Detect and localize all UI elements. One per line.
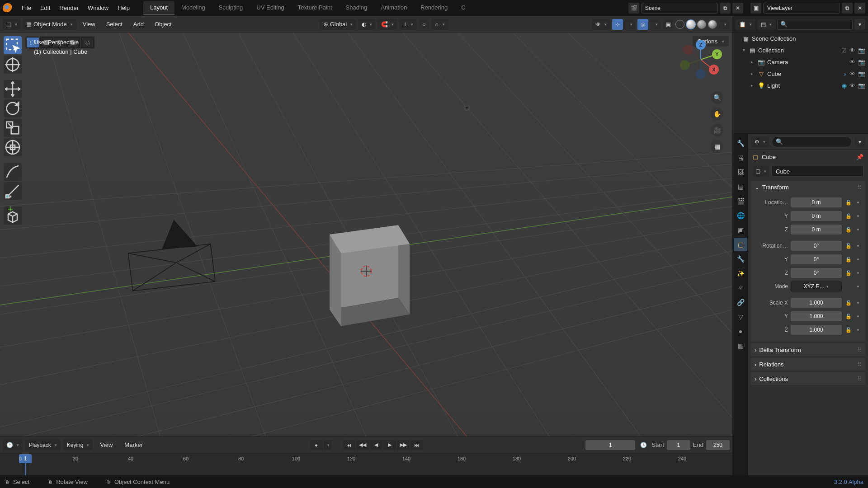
lock-icon[interactable]: 🔓	[844, 200, 853, 206]
keyframe-dot-icon[interactable]: •	[855, 199, 861, 206]
hide-viewport-toggle[interactable]: 👁	[849, 82, 855, 89]
pivot-selector[interactable]: ◐	[358, 19, 376, 30]
workspace-tab-animation[interactable]: Animation	[374, 1, 414, 15]
shading-solid[interactable]	[686, 20, 695, 29]
end-frame-field[interactable]: 250	[706, 440, 730, 450]
scale-y-field[interactable]: 1.000	[791, 311, 842, 321]
lock-icon[interactable]: 🔓	[844, 314, 853, 319]
lock-icon[interactable]: 🔓	[844, 257, 853, 263]
scale-z-field[interactable]: 1.000	[791, 325, 842, 335]
workspace-tab-texturepaint[interactable]: Texture Paint	[291, 1, 339, 15]
editor-type-button[interactable]: ⬚	[3, 19, 21, 30]
menu-render[interactable]: Render	[55, 2, 83, 14]
autokey-toggle[interactable]: ●	[310, 440, 323, 450]
outliner-item-light[interactable]: ▸💡Light◉👁📷	[733, 80, 868, 91]
shading-rendered[interactable]	[708, 20, 717, 29]
prop-tab-modifiers[interactable]: 🔧	[734, 252, 747, 266]
workspace-tab-uvediting[interactable]: UV Editing	[250, 1, 291, 15]
panel-grip-icon[interactable]: ⠿	[857, 375, 862, 382]
current-frame-field[interactable]: 1	[585, 440, 635, 450]
prop-tab-scene[interactable]: 🎬	[734, 194, 747, 208]
prop-tab-render[interactable]: 🖨	[734, 151, 747, 164]
mode-selector[interactable]: ▦ Object Mode	[23, 19, 76, 30]
keyframe-dot-icon[interactable]: •	[855, 299, 861, 306]
timeline-view-menu[interactable]: View	[95, 439, 117, 451]
keyframe-dot-icon[interactable]: •	[855, 212, 861, 220]
prop-tab-particles[interactable]: ✨	[734, 267, 747, 280]
3d-viewport[interactable]: Options User Perspective (1) Collection …	[0, 33, 732, 436]
axis-neg-x-icon[interactable]	[683, 45, 693, 55]
lock-icon[interactable]: 🔓	[844, 227, 853, 233]
scene-name-field[interactable]: Scene	[641, 3, 718, 14]
shading-material[interactable]	[697, 20, 706, 29]
rotation-mode-select[interactable]: XYZ E…	[791, 282, 842, 291]
disable-render-toggle[interactable]: 📷	[858, 70, 865, 77]
gizmo-options[interactable]	[625, 19, 636, 30]
menu-help[interactable]: Help	[113, 2, 134, 14]
outliner-filter-button[interactable]: ▾	[854, 19, 865, 30]
timeline-keying-menu[interactable]: Keying	[63, 440, 93, 450]
location-x-field[interactable]: 0 m	[791, 197, 842, 207]
panel-grip-icon[interactable]: ⠿	[857, 184, 862, 191]
viewport-menu-select[interactable]: Select	[102, 18, 127, 30]
snap-target[interactable]: ⊥	[399, 19, 417, 30]
new-viewlayer-button[interactable]: ⧉	[842, 3, 853, 14]
viewport-menu-view[interactable]: View	[78, 18, 100, 30]
location-y-field[interactable]: 0 m	[791, 211, 842, 221]
workspace-tab-sculpting[interactable]: Sculpting	[212, 1, 250, 15]
disable-render-toggle[interactable]: 📷	[858, 59, 865, 66]
lock-icon[interactable]: 🔓	[844, 327, 853, 333]
zoom-icon[interactable]: 🔍	[711, 91, 723, 104]
keyframe-dot-icon[interactable]: •	[855, 326, 861, 333]
prop-tab-object[interactable]: ▢	[734, 238, 747, 251]
hide-viewport-toggle[interactable]: 👁	[849, 70, 855, 77]
rotation-z-field[interactable]: 0°	[791, 268, 842, 278]
keyframe-dot-icon[interactable]: •	[855, 313, 861, 320]
proportional-edit-toggle[interactable]: ○	[419, 19, 429, 30]
tool-cursor[interactable]	[4, 56, 22, 74]
lock-icon[interactable]: 🔓	[844, 213, 853, 219]
selectable-toggle[interactable]: ⬨	[843, 70, 847, 77]
workspace-tab-rendering[interactable]: Rendering	[414, 1, 454, 15]
tool-scale[interactable]	[4, 119, 22, 137]
jump-to-end-button[interactable]: ⏭	[410, 440, 423, 450]
disable-render-toggle[interactable]: 📷	[858, 47, 865, 54]
outliner-search-input[interactable]: 🔍	[777, 19, 853, 30]
viewlayer-browse-button[interactable]: ▣	[750, 3, 761, 14]
axis-neg-z-icon[interactable]	[696, 69, 706, 79]
prop-tab-material[interactable]: ●	[734, 324, 747, 338]
camera-view-icon[interactable]: 🎥	[711, 124, 723, 136]
scale-x-field[interactable]: 1.000	[791, 298, 842, 308]
collections-panel-header[interactable]: ›Collections⠿	[751, 372, 865, 385]
start-frame-field[interactable]: 1	[667, 440, 690, 450]
autokey-options[interactable]	[324, 440, 332, 450]
delete-viewlayer-button[interactable]: ✕	[854, 3, 865, 14]
use-preview-range-toggle[interactable]: 🕓	[638, 440, 649, 450]
lock-icon[interactable]: 🔓	[844, 300, 853, 306]
snap-toggle[interactable]: 🧲	[377, 19, 397, 30]
light-data-icon[interactable]: ◉	[842, 82, 847, 89]
timeline-playback-menu[interactable]: Playback	[25, 440, 61, 450]
tool-select-box[interactable]	[4, 36, 22, 54]
disable-render-toggle[interactable]: 📷	[858, 82, 865, 89]
tool-move[interactable]	[4, 80, 22, 98]
rotation-y-field[interactable]: 0°	[791, 254, 842, 264]
prop-tab-world[interactable]: 🌐	[734, 209, 747, 222]
axis-y-icon[interactable]: Y	[712, 49, 722, 59]
outliner-display-mode[interactable]: ▤	[757, 19, 775, 30]
expand-icon[interactable]: ▸	[751, 71, 757, 76]
workspace-tab-layout[interactable]: Layout	[143, 1, 175, 15]
tool-measure[interactable]	[4, 182, 22, 200]
prop-tab-physics[interactable]: ⚛	[734, 281, 747, 295]
prop-tab-texture[interactable]: ▦	[734, 339, 747, 352]
shading-options[interactable]	[719, 19, 730, 30]
delete-scene-button[interactable]: ✕	[732, 3, 743, 14]
prop-tab-data[interactable]: ▽	[734, 310, 747, 324]
expand-icon[interactable]: ▸	[751, 60, 757, 64]
keyframe-dot-icon[interactable]: •	[855, 226, 861, 233]
props-options-button[interactable]: ▾	[854, 136, 865, 147]
outliner-collection[interactable]: ▼ ▤ Collection ☑ 👁 📷	[733, 44, 868, 56]
lock-icon[interactable]: 🔓	[844, 270, 853, 276]
prop-tab-tool[interactable]: 🔧	[734, 136, 747, 150]
panel-grip-icon[interactable]: ⠿	[857, 361, 862, 368]
